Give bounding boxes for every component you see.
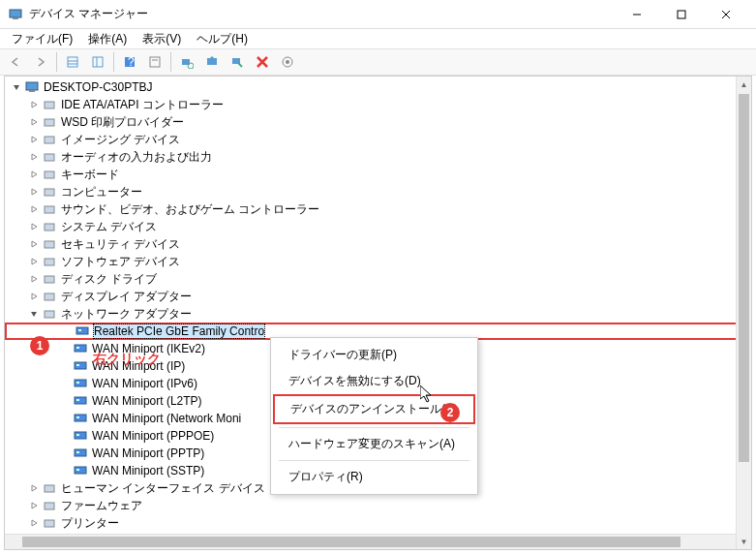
toolbar: ? xyxy=(0,48,756,76)
svg-rect-36 xyxy=(76,327,88,334)
expander-icon[interactable] xyxy=(26,100,42,109)
svg-rect-26 xyxy=(45,154,54,161)
expander-icon[interactable] xyxy=(26,204,42,214)
device-icon xyxy=(42,306,57,322)
tree-category[interactable]: イメージング デバイス xyxy=(5,131,751,148)
device-icon xyxy=(42,201,57,217)
menu-bar: ファイル(F) 操作(A) 表示(V) ヘルプ(H) xyxy=(0,29,756,48)
tree-item-label: WAN Miniport (Network Moni xyxy=(92,412,241,425)
context-scan-hardware[interactable]: ハードウェア変更のスキャン(A) xyxy=(273,431,475,457)
expander-icon[interactable] xyxy=(26,274,42,284)
view-detail-button[interactable] xyxy=(86,50,109,74)
annotation-rightclick: 右クリック xyxy=(93,351,161,368)
expander-icon[interactable] xyxy=(26,169,42,179)
device-icon xyxy=(42,184,57,200)
device-icon xyxy=(73,341,88,356)
menu-action[interactable]: 操作(A) xyxy=(80,29,135,49)
forward-button[interactable] xyxy=(29,50,52,74)
expander-icon[interactable] xyxy=(26,117,42,127)
disable-device-button[interactable] xyxy=(226,50,249,74)
tree-category[interactable]: ファームウェア xyxy=(5,497,751,514)
uninstall-device-button[interactable] xyxy=(251,50,274,74)
svg-rect-31 xyxy=(45,241,54,248)
expander-icon[interactable] xyxy=(26,257,42,266)
menu-file[interactable]: ファイル(F) xyxy=(4,29,80,49)
tree-category[interactable]: IDE ATA/ATAPI コントローラー xyxy=(5,96,751,113)
back-button[interactable] xyxy=(4,50,27,74)
svg-rect-54 xyxy=(45,485,54,492)
minimize-button[interactable] xyxy=(615,0,659,29)
maximize-button[interactable] xyxy=(659,0,704,29)
tree-category[interactable]: サウンド、ビデオ、およびゲーム コントローラー xyxy=(5,200,751,218)
svg-rect-46 xyxy=(75,415,86,421)
scroll-thumb-h[interactable] xyxy=(22,537,680,547)
scroll-down-arrow[interactable]: ▼ xyxy=(737,534,751,549)
help-button[interactable]: ? xyxy=(118,50,141,74)
tree-category[interactable]: ソフトウェア デバイス xyxy=(5,253,751,270)
svg-rect-24 xyxy=(45,119,54,126)
context-update-driver[interactable]: ドライバーの更新(P) xyxy=(273,342,475,368)
device-icon xyxy=(42,219,57,234)
svg-rect-22 xyxy=(29,90,35,92)
tree-item-label: WAN Miniport (PPTP) xyxy=(92,446,204,460)
device-icon xyxy=(73,446,88,461)
svg-rect-40 xyxy=(75,362,86,369)
scroll-up-arrow[interactable]: ▲ xyxy=(737,77,751,92)
tree-item-label: Realtek PCIe GbE Family Contro xyxy=(94,324,264,338)
properties-button[interactable] xyxy=(143,50,166,74)
svg-rect-49 xyxy=(76,434,79,436)
tree-category[interactable]: ネットワーク アダプター xyxy=(5,305,751,323)
tree-category[interactable]: ディスプレイ アダプター xyxy=(5,288,751,305)
update-driver-button[interactable] xyxy=(200,50,224,74)
svg-rect-0 xyxy=(10,10,21,17)
tree-category[interactable]: キーボード xyxy=(5,166,751,183)
scan-hardware-button[interactable] xyxy=(175,50,198,74)
expander-icon[interactable] xyxy=(26,222,42,231)
toolbar-separator xyxy=(56,52,57,72)
menu-help[interactable]: ヘルプ(H) xyxy=(189,29,256,49)
expander-icon[interactable] xyxy=(26,501,42,510)
svg-rect-51 xyxy=(76,451,79,453)
menu-view[interactable]: 表示(V) xyxy=(135,29,189,49)
tree-category[interactable]: コンピューター xyxy=(5,183,751,200)
svg-text:?: ? xyxy=(128,55,135,69)
tree-category[interactable]: ディスク ドライブ xyxy=(5,270,751,288)
expander-icon[interactable] xyxy=(26,135,42,144)
svg-rect-13 xyxy=(150,57,160,67)
app-icon xyxy=(8,7,23,22)
expander-icon[interactable] xyxy=(26,292,42,301)
expander-icon[interactable] xyxy=(26,239,42,249)
add-legacy-button[interactable] xyxy=(276,50,299,74)
expander-icon[interactable] xyxy=(9,82,24,92)
close-button[interactable] xyxy=(704,0,748,29)
device-icon xyxy=(73,428,88,444)
tree-item-label: セキュリティ デバイス xyxy=(61,236,180,253)
tree-item-label: ネットワーク アダプター xyxy=(61,306,192,323)
scroll-thumb-v[interactable] xyxy=(739,94,749,462)
view-list-button[interactable] xyxy=(61,50,84,74)
tree-category[interactable]: システム デバイス xyxy=(5,218,751,235)
expander-icon[interactable] xyxy=(26,518,42,528)
horizontal-scrollbar[interactable] xyxy=(5,534,736,549)
tree-item-label: WSD 印刷プロバイダー xyxy=(61,114,184,131)
expander-icon[interactable] xyxy=(26,483,42,493)
tree-category[interactable]: オーディオの入力および出力 xyxy=(5,148,751,166)
expander-icon[interactable] xyxy=(26,187,42,197)
context-properties[interactable]: プロパティ(R) xyxy=(273,464,475,490)
vertical-scrollbar[interactable]: ▲ ▼ xyxy=(736,77,751,549)
tree-category[interactable]: セキュリティ デバイス xyxy=(5,235,751,253)
svg-rect-42 xyxy=(75,380,86,386)
tree-category[interactable]: WSD 印刷プロバイダー xyxy=(5,113,751,131)
device-icon xyxy=(42,498,57,513)
tree-item-label: ディスプレイ アダプター xyxy=(61,289,192,305)
tree-root[interactable]: DESKTOP-C30PTBJ xyxy=(5,78,751,96)
tree-category[interactable]: プリンター xyxy=(5,514,751,532)
tree-item-label: IDE ATA/ATAPI コントローラー xyxy=(61,97,224,113)
expander-icon[interactable] xyxy=(26,152,42,162)
annotation-badge-2: 2 xyxy=(440,403,460,422)
context-disable-device[interactable]: デバイスを無効にする(D) xyxy=(273,368,475,394)
svg-point-20 xyxy=(286,60,289,64)
expander-icon[interactable] xyxy=(26,309,42,319)
svg-rect-35 xyxy=(45,311,54,318)
device-icon xyxy=(42,480,57,496)
